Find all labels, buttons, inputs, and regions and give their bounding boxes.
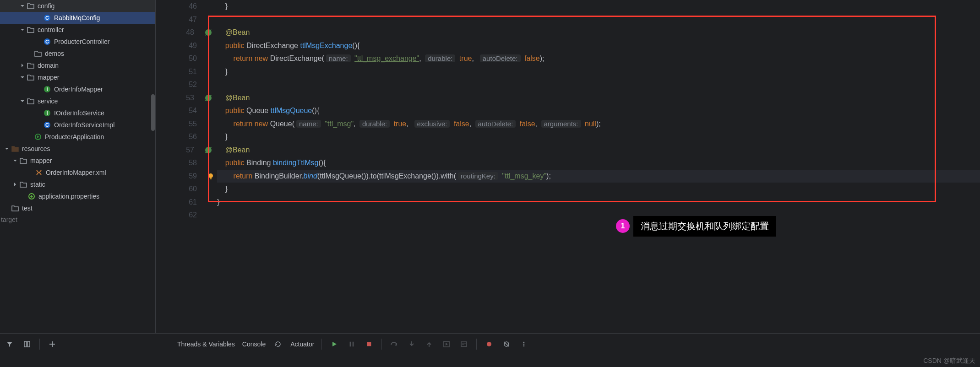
view-breakpoints-icon[interactable] xyxy=(484,339,494,349)
tree-item[interactable]: C ProducterController xyxy=(0,36,155,48)
svg-rect-17 xyxy=(353,341,354,346)
svg-text:C: C xyxy=(45,15,49,21)
filter-icon[interactable] xyxy=(5,339,15,349)
svg-rect-18 xyxy=(367,342,371,346)
step-over-icon[interactable] xyxy=(389,339,399,349)
tree-label: OrderInfoMapper xyxy=(54,86,103,93)
tree-item[interactable]: test xyxy=(0,202,155,214)
more-icon[interactable] xyxy=(519,339,529,349)
class-file-icon: C xyxy=(43,121,51,129)
folder-icon xyxy=(11,204,19,212)
code-line xyxy=(217,78,980,92)
chevron-down-icon xyxy=(18,75,27,80)
line-number: 47 xyxy=(189,13,197,27)
pause-icon[interactable] xyxy=(347,339,357,349)
resume-icon[interactable] xyxy=(329,339,339,349)
code-area[interactable]: } @Bean public DirectExchange ttlMsgExch… xyxy=(206,0,980,346)
evaluate-expression-icon[interactable] xyxy=(459,339,469,349)
svg-text:C: C xyxy=(45,39,49,44)
tree-item[interactable]: static xyxy=(0,178,155,190)
mute-breakpoints-icon[interactable] xyxy=(501,339,512,349)
tree-item[interactable]: ProducterApplication xyxy=(0,131,155,143)
tree-item[interactable]: application.properties xyxy=(0,190,155,202)
code-line xyxy=(217,209,980,222)
folder-icon xyxy=(19,180,27,189)
stop-icon[interactable] xyxy=(364,339,374,349)
code-line: public DirectExchange ttlMsgExchange(){ xyxy=(217,39,980,53)
tree-label: mapper xyxy=(30,157,52,164)
code-line: } xyxy=(217,196,980,209)
line-number: 52 xyxy=(189,78,197,92)
code-editor[interactable]: 46 47 48 49 50 51 52 53 54 55 56 57 58 5… xyxy=(156,0,980,346)
watermark: CSDN @暗武逢天 xyxy=(923,357,975,365)
code-line: @Bean xyxy=(217,26,980,39)
scrollbar-thumb[interactable] xyxy=(151,94,155,131)
line-number: 51 xyxy=(189,65,197,79)
code-line: } xyxy=(217,183,980,196)
plus-icon[interactable] xyxy=(47,339,57,349)
tree-item[interactable]: service xyxy=(0,95,155,107)
tree-label: config xyxy=(38,2,54,10)
callout-number: 1 xyxy=(616,219,630,233)
tab-threads[interactable]: Threads & Variables xyxy=(177,340,235,348)
debug-toolbar: Threads & Variables Console Actuator xyxy=(0,333,980,354)
tree-label: OrderInfoServiceImpl xyxy=(54,121,114,129)
tree-item[interactable]: mapper xyxy=(0,71,155,83)
tree-item[interactable]: config xyxy=(0,0,155,12)
line-number: 56 xyxy=(189,130,197,144)
code-line: } xyxy=(217,0,980,13)
svg-text:I: I xyxy=(46,110,48,116)
step-out-icon[interactable] xyxy=(424,339,434,349)
layout-icon[interactable] xyxy=(22,339,32,349)
chevron-down-icon xyxy=(3,146,11,151)
tree-label: mapper xyxy=(38,74,59,81)
folder-icon xyxy=(27,26,35,34)
tree-label: IOrderInfoService xyxy=(54,109,104,117)
tree-item[interactable]: demos xyxy=(0,48,155,59)
code-line: @Bean xyxy=(217,92,980,105)
tree-item[interactable]: controller xyxy=(0,24,155,36)
svg-rect-14 xyxy=(24,341,27,347)
tree-label: static xyxy=(30,181,45,188)
chevron-right-icon xyxy=(18,63,27,68)
code-line: public Binding bindingTtlMsg(){ xyxy=(217,157,980,170)
resources-folder-icon xyxy=(11,145,19,153)
run-to-cursor-icon[interactable] xyxy=(441,339,452,349)
code-line-highlighted: return BindingBuilder.bind(ttlMsgQueue()… xyxy=(217,170,980,183)
line-number: 48 xyxy=(186,26,194,39)
tab-console[interactable]: Console xyxy=(242,340,266,348)
line-number: 50 xyxy=(189,52,197,65)
tree-item-selected[interactable]: C RabbitMqConfig xyxy=(0,12,155,24)
code-line xyxy=(217,13,980,27)
chevron-right-icon xyxy=(11,182,19,187)
tree-label: demos xyxy=(45,50,64,57)
project-tree[interactable]: config C RabbitMqConfig controller C Pro… xyxy=(0,0,156,346)
tree-item[interactable]: resources xyxy=(0,143,155,155)
tab-actuator[interactable]: Actuator xyxy=(290,340,314,348)
line-number: 60 xyxy=(189,183,197,196)
gutter: 46 47 48 49 50 51 52 53 54 55 56 57 58 5… xyxy=(156,0,206,346)
tree-item[interactable]: domain xyxy=(0,59,155,71)
tree-item[interactable]: target xyxy=(0,214,155,225)
line-number: 46 xyxy=(189,0,197,13)
line-number: 54 xyxy=(189,104,197,118)
tree-label: test xyxy=(22,205,33,212)
svg-text:I: I xyxy=(46,86,48,92)
svg-rect-16 xyxy=(350,341,351,346)
tree-item[interactable]: I OrderInfoMapper xyxy=(0,83,155,95)
line-number: 53 xyxy=(186,92,194,105)
tree-item[interactable]: C OrderInfoServiceImpl xyxy=(0,119,155,131)
tree-item[interactable]: mapper xyxy=(0,155,155,167)
tree-item[interactable]: OrderInfoMapper.xml xyxy=(0,167,155,178)
step-into-icon[interactable] xyxy=(407,339,417,349)
line-number: 61 xyxy=(189,196,197,209)
chevron-down-icon xyxy=(18,3,27,9)
tree-item[interactable]: I IOrderInfoService xyxy=(0,107,155,119)
code-line: } xyxy=(217,130,980,144)
tree-label: application.properties xyxy=(38,193,99,200)
code-line: @Bean xyxy=(217,144,980,157)
folder-icon xyxy=(27,73,35,81)
folder-icon xyxy=(19,157,27,165)
class-file-icon: C xyxy=(43,38,51,46)
reload-icon[interactable] xyxy=(273,339,283,349)
